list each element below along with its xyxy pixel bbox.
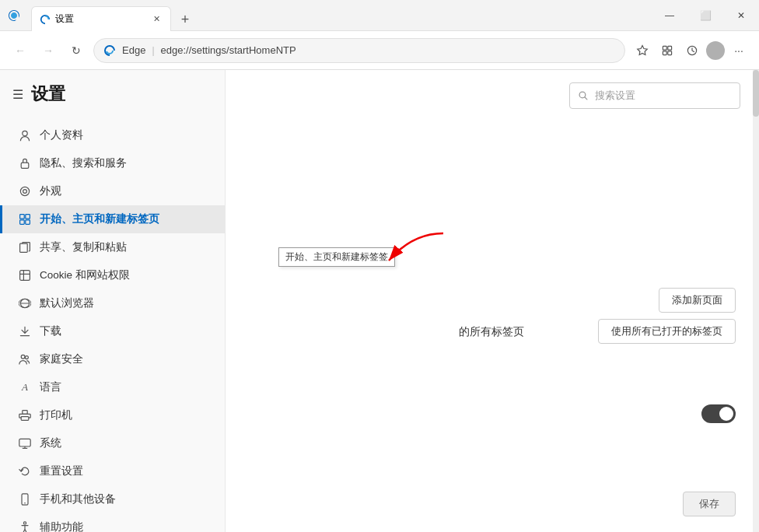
sidebar-label-start-home: 开始、主页和新建标签页 [40,212,159,226]
browser-essentials-icon[interactable] [681,40,703,61]
minimize-button[interactable]: — [652,0,687,31]
back-button[interactable]: ← [9,40,31,61]
appearance-icon [18,184,32,198]
url-path: edge://settings/startHomeNTP [161,44,296,56]
sidebar-label-mobile: 手机和其他设备 [40,492,116,506]
maximize-button[interactable]: ⬜ [687,0,723,31]
svg-rect-9 [20,215,25,219]
sidebar-label-accessibility: 辅助功能 [40,520,83,532]
sidebar-item-downloads[interactable]: 下载 [0,317,225,345]
sidebar-label-share-copy: 共享、复制和粘贴 [40,240,127,254]
tooltip-popup: 开始、主页和新建标签签 [278,247,395,267]
sidebar-item-profile[interactable]: 个人资料 [0,121,225,149]
settings-title: 设置 [31,82,65,106]
svg-point-5 [23,131,27,135]
downloads-icon [18,324,32,338]
svg-point-19 [21,355,25,359]
sidebar-label-profile: 个人资料 [40,128,83,142]
search-icon [578,90,589,101]
svg-rect-3 [668,51,672,54]
sidebar-item-share-copy[interactable]: 共享、复制和粘贴 [0,233,225,261]
content-panel: 搜索设置 添加新页面 使用所有已打开的标签页 的所有标签页 保存 开始、主页和新… [226,70,759,532]
family-icon [18,352,32,366]
start-home-icon [18,212,32,226]
sidebar-item-accessibility[interactable]: 辅助功能 [0,513,225,532]
favorites-icon[interactable] [631,40,653,61]
svg-point-28 [23,522,26,524]
sidebar-label-printer: 打印机 [40,408,72,422]
sidebar-label-downloads: 下载 [40,324,61,338]
sidebar-label-system: 系统 [40,436,61,450]
edge-logo [103,44,116,57]
system-icon [18,436,32,450]
sidebar: ☰ 设置 个人资料 隐私、搜索和服务 外观 开始、主页和新建标签页 [0,70,226,532]
sidebar-item-reset[interactable]: 重置设置 [0,457,225,485]
scroll-track[interactable] [753,70,759,532]
sidebar-item-start-home[interactable]: 开始、主页和新建标签页 [0,205,225,233]
back-icon: ← [15,44,26,57]
menu-hamburger-icon[interactable]: ☰ [12,87,23,102]
sidebar-item-privacy[interactable]: 隐私、搜索和服务 [0,149,225,177]
scroll-thumb[interactable] [753,70,759,117]
profile-avatar[interactable] [706,41,725,60]
languages-icon: A [18,380,32,394]
tab-close-button[interactable]: ✕ [150,13,163,26]
sidebar-item-languages[interactable]: A 语言 [0,373,225,401]
refresh-button[interactable]: ↻ [65,40,87,61]
sidebar-label-cookies: Cookie 和网站权限 [40,268,130,282]
sidebar-item-printer[interactable]: 打印机 [0,401,225,429]
svg-point-8 [23,190,27,194]
svg-rect-0 [663,46,666,50]
new-tab-button[interactable]: + [174,9,196,30]
svg-line-30 [585,97,587,100]
svg-rect-13 [20,243,28,252]
default-browser-icon [18,296,32,310]
edge-window-icon [6,8,22,23]
sidebar-item-default-browser[interactable]: 默认浏览器 [0,289,225,317]
toggle-area[interactable] [701,404,736,423]
settings-header: ☰ 设置 [0,82,225,121]
sidebar-item-system[interactable]: 系统 [0,429,225,457]
add-page-button[interactable]: 添加新页面 [659,288,736,313]
search-placeholder: 搜索设置 [595,89,635,103]
search-box[interactable]: 搜索设置 [569,82,740,109]
tab-title: 设置 [55,12,74,26]
forward-icon: → [43,44,54,57]
sidebar-item-cookies[interactable]: Cookie 和网站权限 [0,261,225,289]
refresh-icon: ↻ [72,44,81,57]
printer-icon [18,408,32,422]
tab-bar: 设置 ✕ + [28,0,652,30]
main-content: ☰ 设置 个人资料 隐私、搜索和服务 外观 开始、主页和新建标签页 [0,70,759,532]
svg-rect-6 [21,163,29,168]
more-tools-icon[interactable]: ··· [728,40,750,61]
svg-rect-12 [26,220,30,225]
collections-icon[interactable] [656,40,678,61]
svg-rect-21 [21,417,29,421]
sidebar-label-privacy: 隐私、搜索和服务 [40,156,127,170]
title-bar-left [0,8,28,23]
forward-button[interactable]: → [37,40,59,61]
accessibility-icon [18,520,32,532]
privacy-icon [18,156,32,170]
all-tabs-text: 的所有标签页 [459,325,524,339]
active-tab[interactable]: 设置 ✕ [31,6,171,31]
tooltip-text: 开始、主页和新建标签签 [285,251,388,262]
toolbar-icons: ··· [631,40,750,61]
search-bar-area: 搜索设置 [226,70,759,121]
use-tabs-button[interactable]: 使用所有已打开的标签页 [598,319,736,344]
url-brand: Edge [122,44,145,56]
sidebar-item-family[interactable]: 家庭安全 [0,345,225,373]
url-bar[interactable]: Edge | edge://settings/startHomeNTP [93,38,625,63]
tab-favicon [40,14,51,25]
sidebar-item-appearance[interactable]: 外观 [0,177,225,205]
svg-point-20 [25,356,28,359]
url-divider: | [152,45,154,56]
reset-icon [18,464,32,478]
svg-rect-1 [668,46,672,50]
svg-rect-11 [20,220,25,225]
save-button[interactable]: 保存 [683,492,736,516]
sidebar-label-appearance: 外观 [40,184,61,198]
close-button[interactable]: ✕ [723,0,759,31]
sidebar-item-mobile[interactable]: 手机和其他设备 [0,485,225,513]
toggle-switch[interactable] [701,404,736,423]
